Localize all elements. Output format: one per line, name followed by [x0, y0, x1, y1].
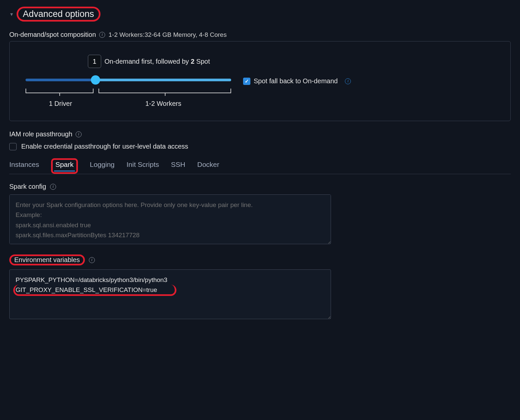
tabs: Instances Spark Logging Init Scripts SSH… [9, 158, 511, 174]
slider-value: 1 [88, 55, 101, 68]
tab-instances[interactable]: Instances [9, 161, 39, 172]
chevron-down-icon[interactable]: ▼ [9, 12, 14, 17]
info-icon[interactable]: i [89, 257, 95, 263]
advanced-options-highlight: Advanced options [17, 7, 100, 22]
env-variables-textarea[interactable] [9, 269, 331, 319]
info-icon[interactable]: i [345, 78, 351, 84]
slider-desc-prefix: On-demand first, followed by [104, 58, 191, 65]
worker-summary: 1-2 Workers:32-64 GB Memory, 4-8 Cores [108, 31, 227, 38]
slider-thumb[interactable] [91, 75, 100, 85]
workers-bracket-label: 1-2 Workers [96, 100, 231, 107]
env-variables-highlight: Environment variables [9, 254, 85, 265]
slider-desc-bold: 2 [191, 58, 194, 65]
info-icon[interactable]: i [76, 131, 82, 137]
spark-config-textarea[interactable] [9, 194, 331, 244]
spot-fallback-checkbox[interactable]: ✓ [243, 78, 250, 85]
iam-checkbox-label: Enable credential passthrough for user-l… [21, 143, 188, 150]
advanced-options-title[interactable]: Advanced options [23, 9, 94, 19]
info-icon[interactable]: i [50, 184, 56, 190]
slider-description: On-demand first, followed by 2 Spot [104, 58, 210, 65]
env-variables-label: Environment variables [14, 256, 80, 264]
tab-docker[interactable]: Docker [197, 161, 220, 172]
driver-bracket-label: 1 Driver [26, 100, 96, 107]
composition-box: 1 On-demand first, followed by 2 Spot 1 … [9, 41, 511, 121]
info-icon[interactable]: i [99, 32, 105, 38]
tab-spark-highlight: Spark [51, 158, 78, 174]
tab-logging[interactable]: Logging [90, 161, 115, 172]
tab-init-scripts[interactable]: Init Scripts [127, 161, 159, 172]
tab-spark[interactable]: Spark [54, 161, 75, 172]
slider-desc-suffix: Spot [194, 58, 210, 65]
spot-fallback-label: Spot fall back to On-demand [254, 77, 338, 85]
composition-slider[interactable] [26, 74, 231, 87]
composition-label: On-demand/spot composition [9, 31, 96, 38]
iam-passthrough-checkbox[interactable] [9, 143, 17, 150]
iam-label: IAM role passthrough [9, 130, 72, 138]
tab-ssh[interactable]: SSH [171, 161, 185, 172]
spark-config-label: Spark config [9, 183, 46, 190]
